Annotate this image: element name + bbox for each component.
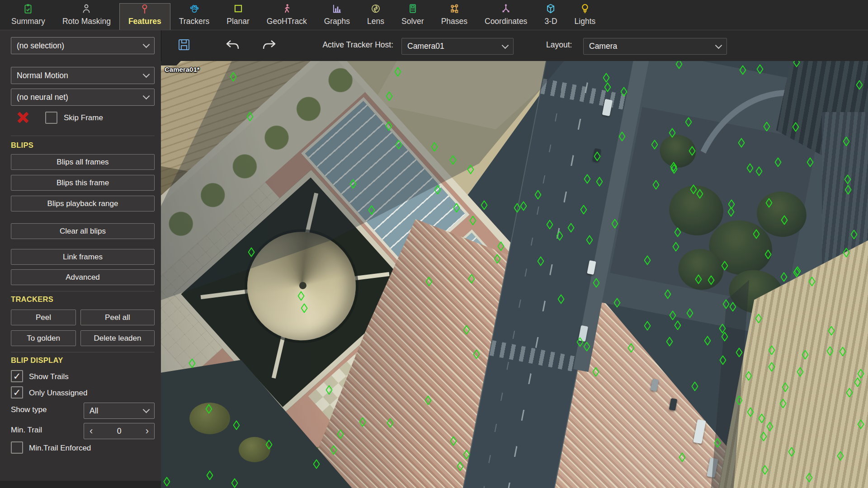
- show-type-dropdown[interactable]: All: [84, 403, 155, 419]
- tracker-blip[interactable]: [618, 132, 625, 143]
- peel-all-button[interactable]: Peel all: [80, 310, 155, 325]
- tracker-blip[interactable]: [248, 248, 255, 259]
- tracker-blip[interactable]: [672, 242, 679, 253]
- min-trail-enforced-checkbox[interactable]: [11, 441, 23, 454]
- tracker-blip[interactable]: [301, 304, 308, 315]
- tracker-blip[interactable]: [596, 177, 603, 188]
- tracker-blip[interactable]: [449, 155, 456, 167]
- tracker-blip[interactable]: [844, 174, 851, 186]
- tracker-blip[interactable]: [756, 64, 763, 75]
- tracker-blip[interactable]: [679, 452, 685, 464]
- tracker-blip[interactable]: [350, 179, 357, 191]
- tracker-blip[interactable]: [691, 381, 698, 393]
- motion-mode-dropdown[interactable]: Normal Motion: [11, 67, 155, 84]
- tracker-blip[interactable]: [652, 180, 659, 191]
- tracker-blip[interactable]: [845, 185, 852, 197]
- tracker-blip[interactable]: [368, 205, 375, 216]
- selection-dropdown[interactable]: (no selection): [11, 37, 155, 54]
- tracker-blip[interactable]: [740, 65, 746, 76]
- tracker-blip[interactable]: [628, 343, 635, 354]
- tracker-blip[interactable]: [586, 235, 593, 246]
- to-golden-button[interactable]: To golden: [11, 330, 76, 346]
- tracker-blip[interactable]: [612, 219, 618, 230]
- tracker-blip[interactable]: [766, 198, 773, 209]
- neural-net-dropdown[interactable]: (no neural net): [11, 89, 155, 106]
- tracker-blip[interactable]: [206, 404, 212, 416]
- tracker-blip[interactable]: [721, 261, 728, 272]
- tracker-blip[interactable]: [666, 337, 673, 348]
- tracker-blip[interactable]: [580, 205, 587, 216]
- tracker-blip[interactable]: [730, 302, 736, 314]
- tracker-blip[interactable]: [704, 336, 711, 347]
- tracker-blip[interactable]: [651, 140, 658, 151]
- tracker-blip[interactable]: [385, 121, 392, 132]
- tracker-blip[interactable]: [794, 266, 801, 277]
- tab-graphs[interactable]: Graphs: [316, 0, 359, 30]
- blips-all-frames-button[interactable]: Blips all frames: [11, 154, 155, 170]
- tracker-blip[interactable]: [604, 82, 611, 94]
- tracker-blip[interactable]: [468, 274, 475, 285]
- tab-summary[interactable]: Summary: [3, 0, 54, 30]
- tracker-blip[interactable]: [727, 207, 734, 219]
- tracker-blip[interactable]: [793, 61, 800, 69]
- tracker-blip[interactable]: [766, 422, 773, 433]
- tracker-blip[interactable]: [568, 223, 575, 235]
- tracker-blip[interactable]: [520, 202, 527, 213]
- tracker-blip[interactable]: [856, 80, 863, 91]
- save-button[interactable]: [177, 38, 191, 52]
- tracker-blip[interactable]: [230, 72, 236, 83]
- tracker-blip[interactable]: [594, 151, 600, 163]
- tracker-blip[interactable]: [547, 220, 553, 231]
- tracker-blip[interactable]: [644, 256, 651, 267]
- tracker-blip[interactable]: [676, 61, 683, 71]
- tracker-blip[interactable]: [386, 92, 393, 103]
- clear-all-blips-button[interactable]: Clear all blips: [11, 223, 155, 239]
- tracker-blip[interactable]: [747, 407, 754, 418]
- link-frames-button[interactable]: Link frames: [11, 249, 155, 265]
- tracker-blip[interactable]: [714, 438, 721, 449]
- tracker-blip[interactable]: [457, 461, 463, 473]
- peel-button[interactable]: Peel: [11, 310, 76, 325]
- tracker-blip[interactable]: [425, 277, 432, 288]
- tracker-blip[interactable]: [537, 257, 544, 268]
- tracker-blip[interactable]: [450, 436, 457, 447]
- tracker-blip[interactable]: [775, 157, 782, 169]
- tab-features[interactable]: Features: [119, 3, 170, 30]
- tracker-blip[interactable]: [843, 248, 849, 259]
- tracker-blip[interactable]: [695, 274, 702, 286]
- tab-lights[interactable]: Lights: [566, 0, 604, 30]
- tab-planar[interactable]: Planar: [218, 0, 258, 30]
- tracker-blip[interactable]: [708, 275, 714, 286]
- tracker-blip[interactable]: [843, 136, 849, 148]
- skip-frame-checkbox[interactable]: [45, 112, 57, 124]
- tracker-blip[interactable]: [806, 473, 813, 484]
- tracker-blip[interactable]: [685, 117, 692, 129]
- increment-arrow-icon[interactable]: ›: [146, 426, 149, 436]
- tracker-blip[interactable]: [780, 272, 787, 284]
- tracker-blip[interactable]: [846, 388, 853, 399]
- tracker-blip[interactable]: [481, 201, 487, 212]
- tracker-blip[interactable]: [689, 146, 695, 158]
- advanced-button[interactable]: Advanced: [11, 269, 155, 285]
- tracker-blip[interactable]: [498, 242, 505, 253]
- tracker-blip[interactable]: [807, 157, 813, 169]
- tracker-blip[interactable]: [690, 185, 697, 196]
- tracker-blip[interactable]: [736, 396, 743, 407]
- tracker-blip[interactable]: [387, 418, 393, 430]
- tab-coordinates[interactable]: Coordinates: [476, 0, 536, 30]
- tab-phases[interactable]: Phases: [433, 0, 476, 30]
- tracker-blip[interactable]: [780, 399, 787, 410]
- tracker-blip[interactable]: [463, 450, 470, 461]
- tracker-blip[interactable]: [828, 326, 835, 338]
- tracker-blip[interactable]: [231, 479, 238, 488]
- delete-leaden-button[interactable]: Delete leaden: [80, 330, 155, 346]
- tracker-blip[interactable]: [473, 350, 480, 361]
- tracker-blip[interactable]: [781, 216, 788, 227]
- tracker-blip[interactable]: [593, 278, 600, 290]
- tracker-blip[interactable]: [337, 429, 344, 441]
- tracker-blip[interactable]: [583, 342, 590, 353]
- tracker-blip[interactable]: [233, 420, 240, 432]
- tracker-blip[interactable]: [592, 367, 599, 378]
- tracker-blip[interactable]: [534, 190, 541, 201]
- tracker-blip[interactable]: [745, 371, 752, 383]
